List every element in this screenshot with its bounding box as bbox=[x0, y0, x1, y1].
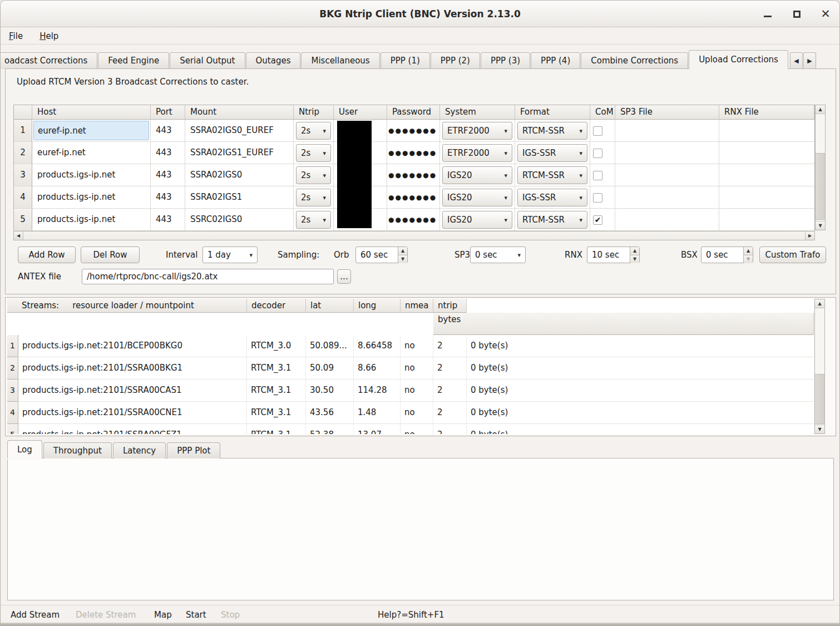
ntrip-select[interactable]: 2s▾ bbox=[294, 186, 334, 209]
stream-decoder[interactable]: RTCM_3.1 bbox=[247, 424, 306, 434]
stream-nmea[interactable]: no bbox=[401, 357, 433, 379]
tab-log[interactable]: Log bbox=[7, 440, 42, 459]
column-header-port[interactable]: Port bbox=[151, 105, 185, 120]
stream-long[interactable]: 8.66 bbox=[354, 357, 401, 379]
host-cell[interactable]: products.igs-ip.net bbox=[32, 186, 151, 209]
port-cell[interactable]: 443 bbox=[151, 186, 185, 209]
password-cell[interactable]: ●●●●●●● bbox=[387, 142, 440, 164]
port-cell[interactable]: 443 bbox=[151, 209, 185, 231]
column-header-host[interactable]: Host bbox=[32, 105, 151, 120]
streams-vscrollbar[interactable]: ▲ ▼ bbox=[814, 299, 825, 434]
ntrip-select[interactable]: 2s▾ bbox=[294, 164, 334, 186]
tab-throughput[interactable]: Throughput bbox=[43, 442, 112, 459]
password-cell[interactable]: ●●●●●●● bbox=[387, 164, 440, 186]
tab-miscellaneous[interactable]: Miscellaneous bbox=[301, 52, 379, 69]
antex-browse-button[interactable]: ... bbox=[337, 269, 351, 284]
column-header-com[interactable]: CoM bbox=[590, 105, 615, 120]
system-select[interactable]: ETRF2000▾ bbox=[440, 120, 515, 142]
row-header[interactable]: 4 bbox=[7, 402, 18, 424]
tab-ppp-4[interactable]: PPP (4) bbox=[531, 52, 580, 69]
stream-decoder[interactable]: RTCM_3.1 bbox=[247, 402, 306, 424]
scroll-up-button[interactable]: ▲ bbox=[815, 299, 824, 308]
antex-file-input[interactable]: /home/rtproc/bnc-call/igs20.atx bbox=[82, 269, 334, 284]
add-stream-button[interactable]: Add Stream bbox=[11, 605, 60, 624]
ntrip-column-header[interactable]: ntrip bbox=[433, 299, 467, 313]
stream-bytes[interactable]: 0 byte(s) bbox=[467, 335, 814, 357]
stream-lat[interactable]: 50.09 bbox=[306, 357, 354, 379]
mount-cell[interactable]: SSRA02IGS1 bbox=[185, 186, 294, 209]
stream-ntrip[interactable]: 2 bbox=[433, 424, 467, 434]
spin-up-icon[interactable]: ▲ bbox=[398, 247, 407, 255]
host-cell[interactable]: products.igs-ip.net bbox=[32, 164, 151, 186]
row-header[interactable]: 1 bbox=[7, 335, 18, 357]
upload-table-vscrollbar[interactable]: ▲ ▼ bbox=[815, 105, 826, 230]
com-checkbox[interactable] bbox=[593, 171, 602, 180]
stream-bytes[interactable]: 0 byte(s) bbox=[467, 379, 814, 402]
row-header[interactable]: 2 bbox=[7, 357, 18, 379]
stream-ntrip[interactable]: 2 bbox=[433, 335, 467, 357]
stream-resource[interactable]: products.igs-ip.net:2101/SSRA00GFZ1 bbox=[18, 424, 247, 434]
ntrip-select[interactable]: 2s▾ bbox=[294, 120, 334, 142]
stream-resource[interactable]: products.igs-ip.net:2101/SSRA00BKG1 bbox=[18, 357, 247, 379]
decoder-column-header[interactable]: decoder bbox=[247, 299, 306, 313]
row-header[interactable]: 5 bbox=[14, 209, 32, 231]
stream-lat[interactable]: 30.50 bbox=[306, 379, 354, 402]
tab-combine-corrections[interactable]: Combine Corrections bbox=[581, 52, 688, 69]
tab-upload-corrections[interactable]: Upload Corrections bbox=[689, 50, 788, 69]
stream-long[interactable]: 13.07 bbox=[354, 424, 401, 434]
spin-down-icon[interactable]: ▼ bbox=[398, 255, 407, 263]
scrollbar-track[interactable] bbox=[816, 114, 825, 221]
minimize-button[interactable] bbox=[762, 8, 774, 20]
mount-cell[interactable]: SSRA02IGS0_EUREF bbox=[185, 120, 294, 142]
row-header[interactable]: 3 bbox=[7, 379, 18, 402]
rnx-file-cell[interactable] bbox=[719, 142, 814, 164]
system-select[interactable]: IGS20▾ bbox=[440, 164, 515, 186]
scroll-right-button[interactable]: ▶ bbox=[805, 231, 814, 240]
mount-cell[interactable]: SSRA02IGS1_EUREF bbox=[185, 142, 294, 164]
rnx-file-cell[interactable] bbox=[719, 164, 814, 186]
column-header-ntrip[interactable]: Ntrip bbox=[294, 105, 334, 120]
port-cell[interactable]: 443 bbox=[151, 120, 185, 142]
rnx-file-cell[interactable] bbox=[719, 120, 814, 142]
column-header-mount[interactable]: Mount bbox=[185, 105, 294, 120]
tab-outages[interactable]: Outages bbox=[246, 52, 301, 69]
rnx-file-cell[interactable] bbox=[719, 186, 814, 209]
stream-ntrip[interactable]: 2 bbox=[433, 379, 467, 402]
sp3-file-cell[interactable] bbox=[615, 164, 719, 186]
titlebar[interactable]: BKG Ntrip Client (BNC) Version 2.13.0 ✕ bbox=[1, 1, 839, 27]
stream-decoder[interactable]: RTCM_3.1 bbox=[247, 379, 306, 402]
rnx-file-cell[interactable] bbox=[719, 209, 814, 231]
host-cell[interactable]: products.igs-ip.net bbox=[32, 209, 151, 231]
com-checkbox[interactable] bbox=[593, 193, 602, 203]
spin-up-icon[interactable]: ▲ bbox=[744, 247, 753, 255]
sp3-file-cell[interactable] bbox=[615, 120, 719, 142]
stream-decoder[interactable]: RTCM_3.0 bbox=[247, 335, 306, 357]
spin-down-icon[interactable]: ▼ bbox=[630, 255, 639, 263]
stream-lat[interactable]: 52.38 bbox=[306, 424, 354, 434]
column-header-sp3-file[interactable]: SP3 File bbox=[615, 105, 719, 120]
bytes-column-header[interactable]: bytes bbox=[433, 313, 814, 335]
stream-bytes[interactable]: 0 byte(s) bbox=[467, 424, 814, 434]
scrollbar-track[interactable] bbox=[815, 308, 824, 425]
com-checkbox-checked[interactable]: ✔ bbox=[593, 215, 602, 225]
sp3-sampling-select[interactable]: 0 sec▾ bbox=[470, 247, 526, 263]
scrollbar-thumb[interactable] bbox=[816, 153, 825, 220]
orb-sampling-spinner[interactable]: 60 sec ▲▼ bbox=[355, 247, 408, 263]
stream-bytes[interactable]: 0 byte(s) bbox=[467, 357, 814, 379]
scroll-left-button[interactable]: ◀ bbox=[14, 231, 23, 240]
stream-resource[interactable]: products.igs-ip.net:2101/BCEP00BKG0 bbox=[18, 335, 247, 357]
spin-down-icon[interactable]: ▼ bbox=[744, 255, 753, 263]
format-select[interactable]: RTCM-SSR▾ bbox=[515, 120, 590, 142]
stream-nmea[interactable]: no bbox=[401, 379, 433, 402]
stream-nmea[interactable]: no bbox=[401, 424, 433, 434]
row-header[interactable]: 4 bbox=[14, 186, 32, 209]
tab-scroll-left-button[interactable]: ◀ bbox=[790, 52, 803, 69]
column-header-password[interactable]: Password bbox=[387, 105, 440, 120]
system-select[interactable]: IGS20▾ bbox=[440, 209, 515, 231]
password-cell[interactable]: ●●●●●●● bbox=[387, 209, 440, 231]
tab-ppp-2[interactable]: PPP (2) bbox=[431, 52, 480, 69]
password-cell[interactable]: ●●●●●●● bbox=[387, 120, 440, 142]
stream-resource[interactable]: products.igs-ip.net:2101/SSRA00CAS1 bbox=[18, 379, 247, 402]
menu-file[interactable]: File bbox=[9, 31, 23, 41]
column-header-rnx-file[interactable]: RNX File bbox=[719, 105, 814, 120]
